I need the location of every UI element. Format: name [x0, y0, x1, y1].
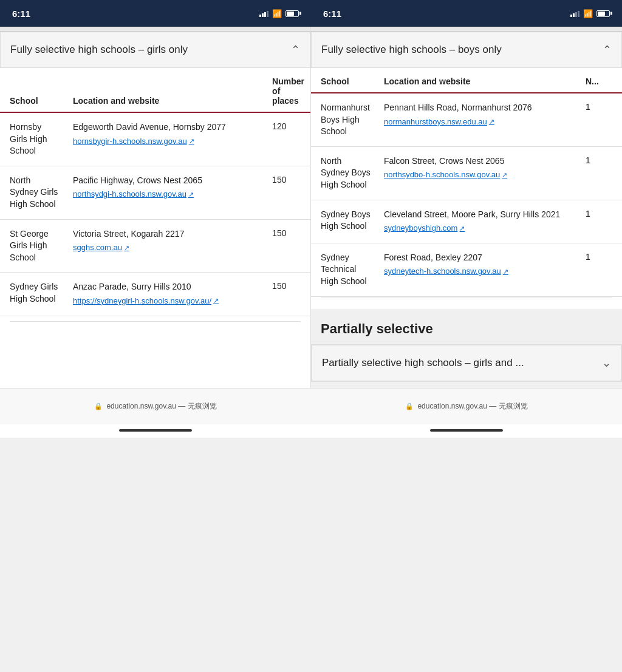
- girls-school-table: School Location and website Numberofplac…: [0, 68, 310, 316]
- bottom-bar-left: 🔒 education.nsw.gov.au — 无痕浏览: [0, 388, 311, 424]
- girls-table-header: School Location and website Numberofplac…: [0, 68, 310, 112]
- status-bar-right: 6:11 📶: [311, 0, 622, 27]
- battery-icon-left: [285, 10, 299, 17]
- location-stgeorge: Victoria Street, Kogarah 2217 sgghs.com.…: [67, 219, 266, 273]
- school-name-sydneytech: Sydney Technical High School: [311, 243, 378, 296]
- link-sydneyboys[interactable]: sydneyboyshigh.com ↗: [384, 223, 465, 234]
- girls-section-header[interactable]: Fully selective high schools – girls onl…: [0, 32, 310, 68]
- school-name-northsydboys: North Sydney Boys High School: [311, 146, 378, 200]
- external-link-icon: ↗: [489, 117, 494, 126]
- external-link-icon: ↗: [124, 243, 129, 253]
- wifi-icon-left: 📶: [272, 9, 282, 18]
- table-row: North Sydney Boys High School Falcon Str…: [311, 146, 622, 200]
- link-stgeorge[interactable]: sgghs.com.au ↗: [73, 242, 129, 253]
- link-normanhurst[interactable]: normanhurstboys.nsw.edu.au ↗: [384, 117, 494, 127]
- partially-selective-section: Partially selective high schools – girls…: [311, 344, 622, 382]
- location-northsydboys: Falcon Street, Crows Nest 2065 northsydb…: [378, 146, 579, 200]
- status-bar-left: 6:11 📶: [0, 0, 311, 27]
- header-number-left: Numberofplaces: [266, 68, 310, 112]
- number-sydneytech: 1: [579, 243, 622, 296]
- bottom-bars: 🔒 education.nsw.gov.au — 无痕浏览 🔒 educatio…: [0, 388, 622, 424]
- battery-icon-right: [596, 10, 610, 17]
- signal-icon-left: [259, 10, 268, 17]
- external-link-icon: ↗: [459, 224, 465, 233]
- signal-icon-right: [570, 10, 579, 17]
- table-row: Normanhurst Boys High School Pennant Hil…: [311, 93, 622, 146]
- external-link-icon: ↗: [188, 190, 194, 199]
- external-link-icon: ↗: [502, 171, 507, 180]
- time-left: 6:11: [12, 8, 30, 19]
- location-sydneyboys: Cleveland Street, Moore Park, Surry Hill…: [378, 200, 579, 243]
- boys-school-table: School Location and website N... Normanh…: [311, 68, 622, 297]
- bottom-bar-right: 🔒 education.nsw.gov.au — 无痕浏览: [311, 388, 622, 424]
- table-row: North Sydney Girls High School Pacific H…: [0, 166, 310, 219]
- url-right: education.nsw.gov.au — 无痕浏览: [417, 401, 527, 412]
- girls-section-title: Fully selective high schools – girls onl…: [10, 44, 188, 56]
- lock-icon-right: 🔒: [405, 402, 414, 410]
- header-location-left: Location and website: [67, 68, 266, 112]
- school-name-sydneyboys: Sydney Boys High School: [311, 200, 378, 243]
- header-school-right: School: [311, 68, 378, 93]
- external-link-icon: ↗: [189, 137, 194, 146]
- table-row: Hornsby Girls High School Edgeworth Davi…: [0, 112, 310, 166]
- partially-selective-heading: Partially selective: [311, 309, 622, 344]
- location-sydneygirls: Anzac Parade, Surry Hills 2010 https://s…: [67, 273, 266, 316]
- home-indicator-left: [0, 424, 311, 438]
- table-row: Sydney Girls High School Anzac Parade, S…: [0, 273, 310, 316]
- boys-table-header: School Location and website N...: [311, 68, 622, 93]
- table-row: St George Girls High School Victoria Str…: [0, 219, 310, 273]
- external-link-icon: ↗: [213, 296, 219, 305]
- wifi-icon-right: 📶: [583, 9, 593, 18]
- main-panels: Fully selective high schools – girls onl…: [0, 27, 622, 388]
- external-link-icon: ↗: [503, 267, 508, 276]
- time-right: 6:11: [323, 8, 341, 19]
- right-panel: Fully selective high schools – boys only…: [311, 27, 622, 388]
- location-normanhurst: Pennant Hills Road, Normanhurst 2076 nor…: [378, 93, 579, 146]
- school-name-hornsby: Hornsby Girls High School: [0, 112, 67, 166]
- status-bar-container: 6:11 📶 6:11 📶: [0, 0, 622, 27]
- link-sydneygirls[interactable]: https://sydneygirl-h.schools.nsw.gov.au/…: [73, 296, 219, 307]
- boys-table-wrapper: School Location and website N... Normanh…: [311, 68, 622, 297]
- location-sydneytech: Forest Road, Bexley 2207 sydneytech-h.sc…: [378, 243, 579, 296]
- number-sydneyboys: 1: [579, 200, 622, 243]
- table-row: Sydney Technical High School Forest Road…: [311, 243, 622, 296]
- left-panel: Fully selective high schools – girls onl…: [0, 27, 311, 388]
- header-school-left: School: [0, 68, 67, 112]
- home-indicator-right: [311, 424, 622, 438]
- home-bar-right: [430, 429, 503, 432]
- number-hornsby: 120: [266, 112, 310, 166]
- boys-section-chevron: ⌃: [603, 43, 612, 56]
- girls-table-wrapper: School Location and website Numberofplac…: [0, 68, 310, 321]
- home-indicators: [0, 424, 622, 438]
- link-northsydgirls[interactable]: northsydgi-h.schools.nsw.gov.au ↗: [73, 189, 194, 200]
- boys-section-header[interactable]: Fully selective high schools – boys only…: [311, 32, 622, 68]
- header-number-right: N...: [579, 68, 622, 93]
- partially-selective-chevron: ⌄: [602, 356, 611, 370]
- home-bar-left: [119, 429, 192, 432]
- girls-section-chevron: ⌃: [291, 43, 300, 56]
- boys-section: Fully selective high schools – boys only…: [311, 32, 622, 309]
- number-stgeorge: 150: [266, 219, 310, 273]
- partially-selective-title: Partially selective high schools – girls…: [322, 357, 524, 369]
- school-name-stgeorge: St George Girls High School: [0, 219, 67, 273]
- table-row: Sydney Boys High School Cleveland Street…: [311, 200, 622, 243]
- location-hornsby: Edgeworth David Avenue, Hornsby 2077 hor…: [67, 112, 266, 166]
- link-northsydboys[interactable]: northsydbo-h.schools.nsw.gov.au ↗: [384, 169, 507, 180]
- number-sydneygirls: 150: [266, 273, 310, 316]
- location-northsydgirls: Pacific Highway, Crows Nest 2065 northsy…: [67, 166, 266, 219]
- number-normanhurst: 1: [579, 93, 622, 146]
- partially-selective-header[interactable]: Partially selective high schools – girls…: [312, 345, 621, 381]
- school-name-normanhurst: Normanhurst Boys High School: [311, 93, 378, 146]
- status-icons-left: 📶: [259, 9, 299, 18]
- status-icons-right: 📶: [570, 9, 610, 18]
- header-location-right: Location and website: [378, 68, 579, 93]
- school-name-sydneygirls: Sydney Girls High School: [0, 273, 67, 316]
- lock-icon-left: 🔒: [94, 402, 103, 410]
- number-northsydboys: 1: [579, 146, 622, 200]
- link-hornsby[interactable]: hornsbygir-h.schools.nsw.gov.au ↗: [73, 136, 194, 147]
- school-name-northsydgirls: North Sydney Girls High School: [0, 166, 67, 219]
- link-sydneytech[interactable]: sydneytech-h.schools.nsw.gov.au ↗: [384, 266, 508, 277]
- number-northsydgirls: 150: [266, 166, 310, 219]
- url-left: education.nsw.gov.au — 无痕浏览: [106, 401, 216, 412]
- boys-section-title: Fully selective high schools – boys only: [321, 44, 502, 56]
